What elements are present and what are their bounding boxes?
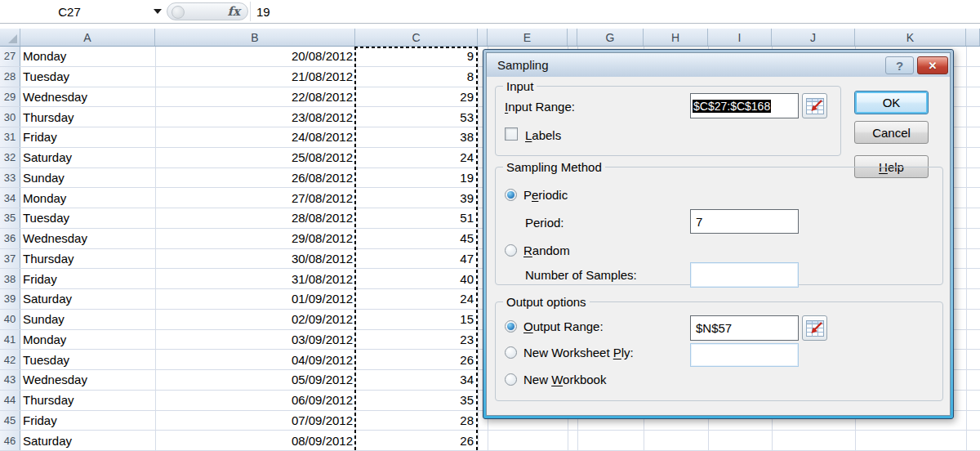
cell-C29[interactable]: 29 <box>357 87 474 107</box>
row-header-42[interactable]: 42 <box>0 350 20 369</box>
row-header-40[interactable]: 40 <box>0 310 20 329</box>
cell-name-box[interactable]: C27 <box>24 3 114 20</box>
cell-C36[interactable]: 45 <box>357 229 474 248</box>
column-header-G[interactable]: G <box>577 29 644 46</box>
cell-C40[interactable]: 15 <box>357 310 474 329</box>
row-header-29[interactable]: 29 <box>0 87 20 107</box>
output-range-field[interactable]: $N$57 <box>690 315 799 341</box>
cell-A42[interactable]: Tuesday <box>23 350 69 369</box>
name-box-dropdown-icon[interactable] <box>154 9 162 14</box>
cell-B33[interactable]: 26/08/2012 <box>155 168 353 188</box>
cell-B36[interactable]: 29/08/2012 <box>155 229 353 248</box>
cell-C42[interactable]: 26 <box>357 350 474 369</box>
cell-C39[interactable]: 24 <box>357 289 474 309</box>
cell-C45[interactable]: 28 <box>357 411 474 431</box>
cell-A28[interactable]: Tuesday <box>23 67 69 87</box>
cell-B41[interactable]: 03/09/2012 <box>155 330 353 350</box>
cell-B38[interactable]: 31/08/2012 <box>155 269 353 288</box>
row-header-27[interactable]: 27 <box>0 47 20 66</box>
cell-B39[interactable]: 01/09/2012 <box>155 289 353 309</box>
row-header-43[interactable]: 43 <box>0 370 20 390</box>
random-radio[interactable] <box>505 244 517 257</box>
new-worksheet-ply-field[interactable] <box>690 343 799 367</box>
row-header-38[interactable]: 38 <box>0 269 20 288</box>
cell-A46[interactable]: Saturday <box>23 431 72 450</box>
insert-function-button[interactable]: fx <box>167 2 248 20</box>
row-header-41[interactable]: 41 <box>0 330 20 350</box>
dialog-titlebar[interactable]: Sampling ? ✕ <box>487 53 950 77</box>
cell-A35[interactable]: Tuesday <box>23 208 69 228</box>
cell-B27[interactable]: 20/08/2012 <box>155 47 353 66</box>
row-header-35[interactable]: 35 <box>0 208 20 228</box>
cell-B37[interactable]: 30/08/2012 <box>155 249 353 269</box>
cell-A31[interactable]: Friday <box>23 127 57 147</box>
cell-C43[interactable]: 34 <box>357 370 474 390</box>
cell-A30[interactable]: Thursday <box>23 107 74 127</box>
input-range-field[interactable]: $C$27:$C$168 <box>690 93 799 118</box>
column-header-B[interactable]: B <box>155 29 355 46</box>
cancel-button[interactable]: Cancel <box>854 121 929 144</box>
cell-A43[interactable]: Wednesday <box>23 370 87 390</box>
cell-C30[interactable]: 53 <box>357 107 474 127</box>
cell-B40[interactable]: 02/09/2012 <box>155 310 353 329</box>
dialog-help-button[interactable]: ? <box>885 56 914 74</box>
labels-checkbox[interactable] <box>505 127 518 141</box>
dialog-close-button[interactable]: ✕ <box>917 56 948 74</box>
column-header-C[interactable]: C <box>355 29 478 46</box>
cell-C46[interactable]: 26 <box>357 431 474 450</box>
cell-B31[interactable]: 24/08/2012 <box>155 127 353 147</box>
number-of-samples-field[interactable] <box>690 262 799 288</box>
cell-C32[interactable]: 24 <box>357 148 474 167</box>
output-range-radio[interactable] <box>505 320 517 333</box>
row-header-37[interactable]: 37 <box>0 249 20 269</box>
row-header-39[interactable]: 39 <box>0 289 20 309</box>
periodic-radio[interactable] <box>505 189 517 201</box>
cell-A38[interactable]: Friday <box>23 269 57 288</box>
row-header-46[interactable]: 46 <box>0 431 20 450</box>
select-all-corner[interactable] <box>0 29 20 47</box>
cell-C33[interactable]: 19 <box>357 168 474 188</box>
column-header-narrow-5[interactable] <box>568 29 577 46</box>
cell-A27[interactable]: Monday <box>23 47 66 66</box>
new-worksheet-ply-radio[interactable] <box>505 346 517 359</box>
output-range-picker-button[interactable] <box>802 315 827 341</box>
column-header-A[interactable]: A <box>20 29 155 46</box>
cell-A39[interactable]: Saturday <box>23 289 72 309</box>
column-header-narrow-11[interactable] <box>966 29 980 46</box>
cell-B43[interactable]: 05/09/2012 <box>155 370 353 390</box>
cell-C27[interactable]: 9 <box>357 47 474 66</box>
cell-A34[interactable]: Monday <box>23 188 66 208</box>
cell-B28[interactable]: 21/08/2012 <box>155 67 353 87</box>
cell-C37[interactable]: 47 <box>357 249 474 269</box>
cell-B44[interactable]: 06/09/2012 <box>155 391 353 410</box>
cell-A44[interactable]: Thursday <box>23 391 74 410</box>
cell-A37[interactable]: Thursday <box>23 249 74 269</box>
cell-B34[interactable]: 27/08/2012 <box>155 188 353 208</box>
row-header-36[interactable]: 36 <box>0 229 20 248</box>
cell-A33[interactable]: Sunday <box>23 168 65 188</box>
row-header-34[interactable]: 34 <box>0 188 20 208</box>
row-header-31[interactable]: 31 <box>0 127 20 147</box>
cell-C34[interactable]: 39 <box>357 188 474 208</box>
cell-B35[interactable]: 28/08/2012 <box>155 208 353 228</box>
column-header-E[interactable]: E <box>488 29 568 46</box>
row-header-28[interactable]: 28 <box>0 67 20 87</box>
cell-C41[interactable]: 23 <box>357 330 474 350</box>
column-header-J[interactable]: J <box>772 29 855 46</box>
cell-C31[interactable]: 38 <box>357 127 474 147</box>
row-header-30[interactable]: 30 <box>0 107 20 127</box>
row-header-45[interactable]: 45 <box>0 411 20 431</box>
cell-B45[interactable]: 07/09/2012 <box>155 411 353 431</box>
cell-B29[interactable]: 22/08/2012 <box>155 87 353 107</box>
cell-A41[interactable]: Monday <box>23 330 66 350</box>
row-header-32[interactable]: 32 <box>0 148 20 167</box>
cell-B42[interactable]: 04/09/2012 <box>155 350 353 369</box>
cell-A40[interactable]: Sunday <box>23 310 65 329</box>
column-header-H[interactable]: H <box>644 29 708 46</box>
cell-A36[interactable]: Wednesday <box>23 229 87 248</box>
period-field[interactable]: 7 <box>690 209 799 234</box>
column-header-narrow-3[interactable] <box>478 29 488 46</box>
cell-C38[interactable]: 40 <box>357 269 474 288</box>
input-range-picker-button[interactable] <box>802 93 827 118</box>
cell-B30[interactable]: 23/08/2012 <box>155 107 353 127</box>
